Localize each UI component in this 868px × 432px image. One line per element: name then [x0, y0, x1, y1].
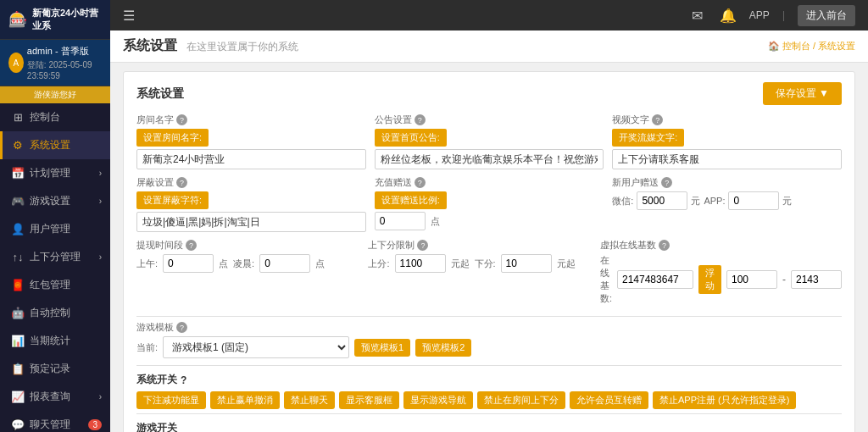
enter-frontend-button[interactable]: 进入前台	[798, 5, 855, 26]
system-icon: ⚙	[11, 139, 25, 152]
system-switches-group: 下注减功能显 禁止赢单撤消 禁止聊天 显示客服框 显示游戏导航 禁止在房间上下分…	[136, 391, 842, 409]
free-send-input[interactable]	[375, 212, 426, 230]
morning-input[interactable]	[163, 254, 214, 273]
split-help[interactable]: ?	[417, 240, 428, 251]
app-label: APP:	[704, 196, 725, 206]
free-send-label: 充值赠送 ?	[375, 176, 604, 189]
sidebar-item-current[interactable]: 📊 当期统计	[0, 327, 110, 355]
main-content: ☰ ✉ 🔔 APP | 进入前台 系统设置 在这里设置属于你的系统 🏠 控制台 …	[110, 0, 868, 432]
current-label: 当前:	[136, 341, 158, 354]
sidebar-item-chat[interactable]: 💬 聊天管理 3	[0, 411, 110, 432]
game-template-label: 游戏模板 ?	[136, 321, 842, 334]
online-label: 在线基数:	[600, 254, 612, 305]
up-input[interactable]	[395, 254, 446, 273]
ad-btn-label: 设置首页公告:	[375, 129, 447, 147]
page-subtitle: 在这里设置属于你的系统	[186, 41, 298, 53]
switch-btn-1[interactable]: 下注减功能显	[136, 391, 206, 409]
notice-bar: 游侠游您好	[0, 86, 110, 103]
sys-switch-help[interactable]: ?	[181, 374, 186, 386]
app-gift-input[interactable]	[728, 191, 779, 210]
sidebar-item-points[interactable]: ↑↓ 上下分管理 ›	[0, 243, 110, 271]
settings-card-title: 系统设置	[136, 86, 184, 102]
app-link[interactable]: APP	[749, 9, 770, 21]
sidebar: 🎰 新葡京24小时营业系 A admin - 普季版 登陆: 2025-05-0…	[0, 0, 110, 432]
switch-btn-4[interactable]: 显示客服框	[339, 391, 399, 409]
preview1-button[interactable]: 预览模板1	[354, 339, 410, 357]
games-icon: 🎮	[11, 195, 25, 208]
video-text-input[interactable]	[612, 149, 842, 169]
switch-btn-6[interactable]: 禁止在房间上下分	[477, 391, 565, 409]
menu-toggle-icon[interactable]: ☰	[123, 8, 135, 24]
avatar: A	[8, 53, 24, 73]
template-help[interactable]: ?	[176, 322, 187, 333]
reminder-help[interactable]: ?	[186, 240, 197, 251]
room-name-input[interactable]	[136, 149, 366, 169]
records-icon: 📋	[11, 363, 25, 375]
video-help[interactable]: ?	[652, 114, 663, 125]
sidebar-item-dashboard[interactable]: ⊞ 控制台	[0, 103, 110, 131]
sidebar-item-users[interactable]: 👤 用户管理	[0, 215, 110, 243]
wechat-gift-input[interactable]	[637, 191, 687, 210]
switch-btn-7[interactable]: 允许会员互转赠	[570, 391, 648, 409]
chat-icon: 💬	[11, 418, 25, 431]
virtual-label: 虚拟在线基数 ?	[600, 239, 842, 252]
switch-btn-8[interactable]: 禁止APP注册 (只允许指定登录)	[653, 391, 796, 409]
sidebar-item-records[interactable]: 📋 预定记录	[0, 355, 110, 383]
switch-btn-3[interactable]: 禁止聊天	[284, 391, 335, 409]
room-name-label: 房间名字 ?	[136, 114, 366, 126]
auto-icon: 🤖	[11, 307, 25, 319]
switch-btn-5[interactable]: 显示游戏导航	[403, 391, 473, 409]
morning-label: 上午:	[136, 258, 158, 270]
arrow-icon: ›	[99, 392, 102, 402]
afternoon-input[interactable]	[259, 254, 310, 273]
breadcrumb-sep: 控制台 /	[782, 41, 818, 51]
sidebar-item-label: 游戏设置	[30, 194, 70, 208]
bell-icon[interactable]: 🔔	[720, 8, 737, 24]
sidebar-item-reports[interactable]: 📈 报表查询 ›	[0, 383, 110, 411]
screen-help[interactable]: ?	[176, 177, 187, 188]
down-input[interactable]	[501, 254, 552, 273]
ad-input[interactable]	[375, 149, 604, 169]
new-user-help[interactable]: ?	[661, 177, 672, 188]
game-switches-title: 游戏开关	[136, 421, 842, 432]
sidebar-item-label: 自动控制	[30, 306, 70, 320]
screen-settings-group: 屏蔽设置 ? 设置屏蔽字符:	[136, 176, 366, 232]
sidebar-item-system[interactable]: ⚙ 系统设置	[0, 131, 110, 159]
float-input[interactable]	[726, 270, 777, 289]
email-icon[interactable]: ✉	[692, 8, 703, 24]
sidebar-item-label: 当期统计	[30, 334, 70, 348]
float-button[interactable]: 浮动	[698, 265, 721, 294]
free-send-help[interactable]: ?	[415, 177, 426, 188]
template-select[interactable]: 游戏模板1 (固定)	[163, 336, 349, 358]
points-icon: ↑↓	[11, 251, 25, 263]
virtual-help[interactable]: ?	[659, 240, 670, 251]
ad-label: 公告设置 ?	[375, 114, 604, 126]
screen-btn-label: 设置屏蔽字符:	[136, 191, 209, 209]
video-btn-label: 开奖流媒文字:	[612, 129, 684, 147]
up-unit: 元起	[451, 258, 470, 270]
video-text-group: 视频文字 ? 开奖流媒文字:	[612, 114, 842, 169]
app-unit: 元	[782, 195, 792, 208]
virtual-online-group: 虚拟在线基数 ? 在线基数: 浮动 -	[600, 239, 842, 305]
sidebar-item-schedule[interactable]: 📅 计划管理 ›	[0, 159, 110, 187]
preview2-button[interactable]: 预览模板2	[415, 339, 471, 357]
arrow-icon: ›	[99, 197, 102, 206]
arrow-icon: ›	[99, 252, 102, 262]
dashboard-icon: ⊞	[11, 111, 25, 124]
chat-badge: 3	[88, 419, 102, 430]
reminder-group: 提现时间段 ? 上午: 点 凌晨: 点	[136, 239, 359, 305]
switch-btn-2[interactable]: 禁止赢单撤消	[210, 391, 280, 409]
sidebar-item-auto[interactable]: 🤖 自动控制	[0, 299, 110, 327]
sidebar-item-label: 计划管理	[30, 166, 70, 180]
morning-unit: 点	[219, 258, 228, 270]
save-settings-button[interactable]: 保存设置 ▼	[763, 82, 842, 105]
sidebar-item-games[interactable]: 🎮 游戏设置 ›	[0, 187, 110, 215]
dash-input[interactable]	[791, 270, 842, 289]
ad-help[interactable]: ?	[415, 114, 426, 125]
down-label: 下分:	[475, 258, 496, 270]
sidebar-item-redpack[interactable]: 🧧 红包管理	[0, 271, 110, 299]
screen-input[interactable]	[136, 212, 366, 232]
online-input[interactable]	[617, 270, 693, 289]
room-name-help[interactable]: ?	[176, 114, 187, 125]
game-template-group: 游戏模板 ? 当前: 游戏模板1 (固定) 预览模板1 预览模板2	[136, 321, 842, 358]
